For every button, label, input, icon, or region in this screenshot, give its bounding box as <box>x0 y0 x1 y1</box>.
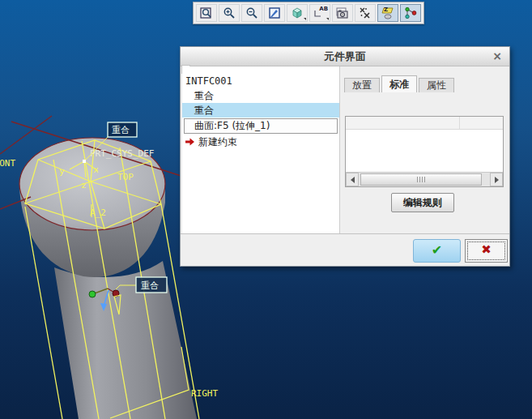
svg-text:重合: 重合 <box>112 125 130 135</box>
tree-root-intfc001[interactable]: INTFC001 <box>182 74 339 88</box>
saved-view-list-button[interactable]: AB <box>309 4 330 22</box>
csys-label: PRT_CSYS_DEF <box>90 148 154 159</box>
tree-item-new-constraint[interactable]: 新建约束 <box>182 135 339 149</box>
zoom-in-icon <box>222 6 236 20</box>
repaint-icon <box>267 6 282 20</box>
tree-item-coincident-2[interactable]: 重合 <box>182 103 339 118</box>
scroll-right-button[interactable] <box>490 173 503 186</box>
datum-display-button[interactable] <box>355 4 376 22</box>
annotation-display-button[interactable]: Z <box>377 4 398 22</box>
scroll-left-button[interactable] <box>346 173 359 186</box>
criteria-list <box>345 116 504 187</box>
dialog-body: INTFC001 重合 重合 曲面:F5 (拉伸_1) 新建约束 放置 标准 属… <box>181 66 509 234</box>
scrollbar-track[interactable] <box>359 173 490 186</box>
component-interface-dialog: 元件界面 × INTFC001 重合 重合 曲面:F5 (拉伸_1) 新建约束 <box>180 46 510 267</box>
dialog-footer: ✔ ✖ <box>181 233 509 266</box>
right-datum-label: RIGHT <box>191 388 218 399</box>
ok-button[interactable]: ✔ <box>413 239 461 263</box>
camera-icon <box>335 6 350 20</box>
spin-center-button[interactable] <box>400 4 421 22</box>
zoom-window-icon <box>199 6 214 20</box>
z-axis-label: z <box>81 180 87 190</box>
dialog-titlebar[interactable]: 元件界面 × <box>181 47 509 66</box>
tab-bar: 放置 标准 属性 <box>344 78 508 92</box>
criteria-list-header <box>346 117 503 130</box>
y-axis-label: y <box>59 166 65 177</box>
new-constraint-label: 新建约束 <box>198 135 237 149</box>
display-style-button[interactable] <box>287 4 308 22</box>
spin-center-icon <box>403 6 418 20</box>
right-arrow-icon <box>495 177 499 183</box>
x-axis-label: x <box>93 165 99 175</box>
close-button[interactable]: × <box>490 49 504 63</box>
left-arrow-icon <box>351 177 355 183</box>
zoom-out-button[interactable] <box>241 4 262 22</box>
interface-tree-panel: INTFC001 重合 重合 曲面:F5 (拉伸_1) 新建约束 <box>182 66 340 233</box>
new-constraint-arrow-icon <box>185 137 195 147</box>
top-datum-label: TOP <box>117 172 134 182</box>
tab-criteria[interactable]: 标准 <box>381 75 417 92</box>
repaint-button[interactable] <box>264 4 285 22</box>
axis-a2-label: A_2 <box>90 207 106 218</box>
zoom-in-button[interactable] <box>219 4 240 22</box>
front-datum-label: FRONT <box>0 158 15 169</box>
view-list-text: AB <box>319 6 328 12</box>
zoom-window-button[interactable] <box>196 4 217 22</box>
dropdown-arrow-icon <box>326 18 329 20</box>
cad-application-window: y x z PRT_CSYS_DEF FRONT TOP RIGHT A_2 重… <box>0 0 532 419</box>
svg-text:重合: 重合 <box>141 280 159 291</box>
constraint-detail-panel: 放置 标准 属性 <box>341 66 508 233</box>
edit-rules-button[interactable]: 编辑规则 <box>391 193 454 212</box>
dropdown-arrow-icon <box>304 18 306 20</box>
annotation-z-text: Z <box>384 6 388 13</box>
shaded-cube-icon <box>290 6 304 20</box>
horizontal-scrollbar <box>346 172 503 186</box>
tree-item-surface-ref[interactable]: 曲面:F5 (拉伸_1) <box>184 118 338 134</box>
view-toolbar: AB Z <box>193 2 424 24</box>
dialog-title: 元件界面 <box>324 49 366 64</box>
zoom-out-icon <box>245 6 259 20</box>
scrollbar-thumb[interactable] <box>360 173 482 186</box>
saved-views-camera-button[interactable] <box>332 4 353 22</box>
tree-item-coincident-1[interactable]: 重合 <box>182 88 339 103</box>
crossed-datums-icon <box>358 6 372 20</box>
column-divider <box>459 117 460 129</box>
cancel-button[interactable]: ✖ <box>465 239 508 263</box>
tab-placement[interactable]: 放置 <box>344 78 380 92</box>
criteria-list-body[interactable] <box>346 130 503 172</box>
tab-properties[interactable]: 属性 <box>419 78 454 92</box>
